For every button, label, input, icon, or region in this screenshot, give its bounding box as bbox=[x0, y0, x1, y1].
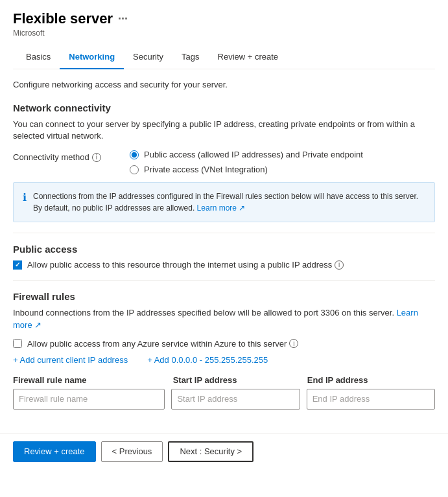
add-client-ip-link[interactable]: + Add current client IP address bbox=[13, 355, 128, 365]
info-icon: ℹ bbox=[23, 191, 27, 214]
tab-security[interactable]: Security bbox=[124, 45, 172, 69]
next-button[interactable]: Next : Security > bbox=[168, 441, 253, 462]
public-access-title: Public access bbox=[13, 244, 435, 255]
network-connectivity-body: You can connect to your server by specif… bbox=[13, 119, 435, 142]
start-ip-input[interactable] bbox=[171, 389, 300, 410]
azure-service-info-icon[interactable]: i bbox=[289, 339, 298, 348]
end-ip-input[interactable] bbox=[307, 389, 435, 410]
tab-basics[interactable]: Basics bbox=[26, 45, 60, 69]
add-links-row: + Add current client IP address + Add 0.… bbox=[13, 355, 435, 365]
firewall-rules-title: Firewall rules bbox=[13, 291, 435, 302]
more-options-icon[interactable]: ··· bbox=[118, 12, 128, 26]
divider-1 bbox=[13, 233, 435, 233]
col-header-start: Start IP address bbox=[173, 375, 301, 385]
azure-service-label: Allow public access from any Azure servi… bbox=[27, 339, 298, 349]
azure-service-checkbox[interactable] bbox=[13, 339, 22, 348]
tab-tags[interactable]: Tags bbox=[172, 45, 208, 69]
divider-2 bbox=[13, 280, 435, 281]
learn-more-link[interactable]: Learn more ↗ bbox=[197, 203, 246, 213]
public-access-row: Allow public access to this resource thr… bbox=[13, 260, 435, 270]
network-connectivity-title: Network connectivity bbox=[13, 102, 435, 113]
col-header-name: Firewall rule name bbox=[13, 375, 167, 385]
public-access-info-icon[interactable]: i bbox=[335, 260, 344, 270]
tabs-bar: Basics Networking Security Tags Review +… bbox=[13, 45, 435, 69]
previous-button[interactable]: < Previous bbox=[101, 441, 163, 462]
connectivity-info-box: ℹ Connections from the IP addresses conf… bbox=[13, 182, 435, 222]
public-access-label: Allow public access to this resource thr… bbox=[27, 260, 344, 270]
table-header: Firewall rule name Start IP address End … bbox=[13, 375, 435, 385]
connectivity-options: Public access (allowed IP addresses) and… bbox=[130, 150, 363, 174]
firewall-rules-desc: Inbound connections from the IP addresse… bbox=[13, 307, 435, 330]
page-description: Configure networking access and security… bbox=[13, 80, 435, 89]
page-title: Flexible server ··· bbox=[13, 10, 435, 27]
connectivity-method-label: Connectivity method i bbox=[13, 150, 117, 162]
radio-public-access[interactable]: Public access (allowed IP addresses) and… bbox=[130, 150, 363, 159]
page-subtitle: Microsoft bbox=[13, 29, 435, 38]
radio-private-access[interactable]: Private access (VNet Integration) bbox=[130, 165, 363, 174]
footer: Review + create < Previous Next : Securi… bbox=[0, 433, 448, 470]
tab-review-create[interactable]: Review + create bbox=[209, 45, 288, 69]
review-create-button[interactable]: Review + create bbox=[13, 441, 96, 462]
connectivity-info-icon[interactable]: i bbox=[92, 153, 101, 162]
azure-service-row: Allow public access from any Azure servi… bbox=[13, 339, 435, 349]
col-header-end: End IP address bbox=[307, 375, 435, 385]
table-row bbox=[13, 389, 435, 410]
tab-networking[interactable]: Networking bbox=[60, 45, 124, 69]
add-range-link[interactable]: + Add 0.0.0.0 - 255.255.255.255 bbox=[147, 355, 268, 365]
firewall-rule-name-input[interactable] bbox=[13, 389, 165, 410]
public-access-checkbox[interactable] bbox=[13, 260, 22, 270]
info-box-text: Connections from the IP addresses config… bbox=[33, 191, 425, 214]
